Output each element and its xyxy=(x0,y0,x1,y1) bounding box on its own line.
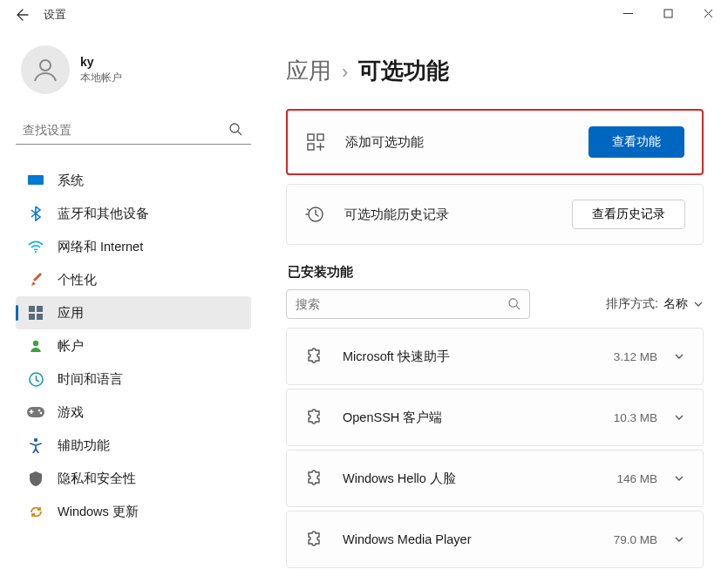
sidebar-item-label: Windows 更新 xyxy=(58,504,139,520)
avatar xyxy=(21,45,70,94)
sidebar-item-10[interactable]: Windows 更新 xyxy=(16,495,251,528)
feature-item[interactable]: Windows Hello 人脸146 MB xyxy=(286,450,704,507)
svg-point-4 xyxy=(35,251,37,253)
close-icon xyxy=(704,9,713,18)
window-title: 设置 xyxy=(44,7,66,23)
svg-point-2 xyxy=(230,124,239,132)
chevron-down-icon xyxy=(673,472,685,484)
feature-item[interactable]: Windows Media Player79.0 MB xyxy=(286,511,704,568)
installed-section-title: 已安装功能 xyxy=(288,264,704,281)
titlebar: 设置 xyxy=(0,0,728,30)
history-label: 可选功能历史记录 xyxy=(344,207,572,223)
sidebar-item-6[interactable]: 时间和语言 xyxy=(16,362,251,396)
maximize-button[interactable] xyxy=(648,0,688,26)
svg-rect-16 xyxy=(317,134,323,140)
feature-name: Windows Hello 人脸 xyxy=(343,471,616,487)
brush-icon xyxy=(26,270,45,289)
sidebar: ky 本地帐户 系统蓝牙和其他设备网络和 Internet个性化应用帐户时间和语… xyxy=(0,30,262,569)
svg-point-14 xyxy=(34,438,37,442)
back-button[interactable] xyxy=(7,2,38,28)
apps-icon xyxy=(26,303,45,322)
search-icon xyxy=(508,298,520,310)
sidebar-item-label: 应用 xyxy=(58,305,84,322)
history-panel: 可选功能历史记录 查看历史记录 xyxy=(286,184,704,245)
feature-size: 10.3 MB xyxy=(614,411,657,424)
feature-name: OpenSSH 客户端 xyxy=(343,410,614,426)
chevron-down-icon xyxy=(673,411,685,423)
minimize-icon xyxy=(623,9,633,18)
time-icon xyxy=(26,369,45,389)
feature-name: Windows Media Player xyxy=(343,532,614,546)
svg-rect-15 xyxy=(308,134,314,140)
puzzle-icon xyxy=(304,530,323,549)
update-icon xyxy=(26,502,45,521)
svg-point-12 xyxy=(38,410,41,412)
sidebar-item-1[interactable]: 蓝牙和其他设备 xyxy=(16,197,251,230)
svg-point-19 xyxy=(509,299,517,307)
main-content: 应用 › 可选功能 添加可选功能 查看功能 可选功能历史记录 查看历史记录 已安… xyxy=(262,30,728,569)
sidebar-item-4[interactable]: 应用 xyxy=(16,296,251,329)
view-features-button[interactable]: 查看功能 xyxy=(589,126,684,158)
sidebar-item-3[interactable]: 个性化 xyxy=(16,263,251,296)
game-icon xyxy=(26,403,45,422)
account-icon xyxy=(26,336,45,356)
svg-rect-0 xyxy=(664,10,672,17)
feature-item[interactable]: OpenSSH 客户端10.3 MB xyxy=(286,389,704,446)
sidebar-item-label: 蓝牙和其他设备 xyxy=(58,206,149,222)
feature-size: 3.12 MB xyxy=(614,350,657,363)
view-history-button[interactable]: 查看历史记录 xyxy=(572,200,685,229)
svg-rect-8 xyxy=(37,314,43,320)
svg-rect-5 xyxy=(29,306,35,312)
sidebar-item-label: 游戏 xyxy=(58,404,84,421)
svg-point-13 xyxy=(40,412,43,415)
sort-value: 名称 xyxy=(663,296,688,312)
person-icon xyxy=(31,55,60,85)
access-icon xyxy=(26,436,45,455)
feature-size: 146 MB xyxy=(616,472,657,485)
settings-search[interactable] xyxy=(16,115,251,145)
bluetooth-icon xyxy=(26,204,45,223)
sort-prefix: 排序方式: xyxy=(606,296,658,312)
add-feature-panel: 添加可选功能 查看功能 xyxy=(286,109,704,175)
sidebar-item-0[interactable]: 系统 xyxy=(16,164,251,197)
monitor-icon xyxy=(26,171,45,190)
privacy-icon xyxy=(26,469,45,488)
user-panel[interactable]: ky 本地帐户 xyxy=(21,45,251,94)
sidebar-item-2[interactable]: 网络和 Internet xyxy=(16,230,251,263)
chevron-down-icon xyxy=(673,533,685,545)
feature-search-input[interactable] xyxy=(296,297,508,311)
svg-rect-3 xyxy=(28,175,44,185)
svg-point-1 xyxy=(40,60,51,71)
feature-item[interactable]: Microsoft 快速助手3.12 MB xyxy=(286,328,704,385)
installed-feature-list: Microsoft 快速助手3.12 MBOpenSSH 客户端10.3 MBW… xyxy=(286,328,704,568)
sidebar-item-label: 隐私和安全性 xyxy=(58,471,136,487)
sidebar-item-5[interactable]: 帐户 xyxy=(16,329,251,362)
settings-search-input[interactable] xyxy=(23,123,227,137)
maximize-icon xyxy=(663,9,673,18)
arrow-left-icon xyxy=(16,8,30,22)
breadcrumb-separator: › xyxy=(342,61,348,84)
svg-point-9 xyxy=(33,341,38,346)
chevron-down-icon xyxy=(673,350,685,362)
sidebar-item-label: 时间和语言 xyxy=(58,371,123,388)
sort-dropdown[interactable]: 排序方式: 名称 xyxy=(606,296,704,312)
search-icon xyxy=(227,123,244,136)
close-button[interactable] xyxy=(688,0,728,26)
user-subtitle: 本地帐户 xyxy=(80,71,122,85)
sidebar-item-7[interactable]: 游戏 xyxy=(16,396,251,429)
sidebar-item-label: 辅助功能 xyxy=(58,437,110,454)
breadcrumb-parent[interactable]: 应用 xyxy=(286,56,331,86)
feature-name: Microsoft 快速助手 xyxy=(343,349,614,365)
minimize-button[interactable] xyxy=(608,0,648,26)
sidebar-item-8[interactable]: 辅助功能 xyxy=(16,429,251,462)
breadcrumb: 应用 › 可选功能 xyxy=(286,56,704,86)
svg-rect-7 xyxy=(29,314,35,320)
sidebar-item-9[interactable]: 隐私和安全性 xyxy=(16,462,251,495)
feature-search-box[interactable] xyxy=(286,289,530,319)
chevron-down-icon xyxy=(693,299,704,309)
add-feature-icon xyxy=(305,132,326,152)
history-icon xyxy=(304,204,325,225)
user-name: ky xyxy=(80,55,122,69)
add-feature-label: 添加可选功能 xyxy=(345,134,589,151)
puzzle-icon xyxy=(304,408,323,427)
